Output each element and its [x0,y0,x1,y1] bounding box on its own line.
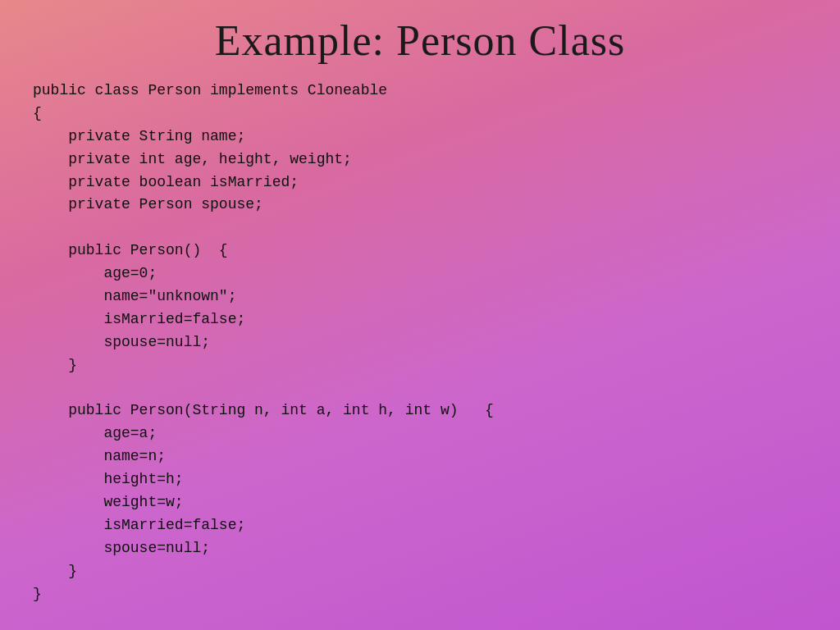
slide-title: Example: Person Class [33,16,807,65]
slide: Example: Person Class public class Perso… [0,0,840,630]
code-block: public class Person implements Cloneable… [33,80,807,605]
